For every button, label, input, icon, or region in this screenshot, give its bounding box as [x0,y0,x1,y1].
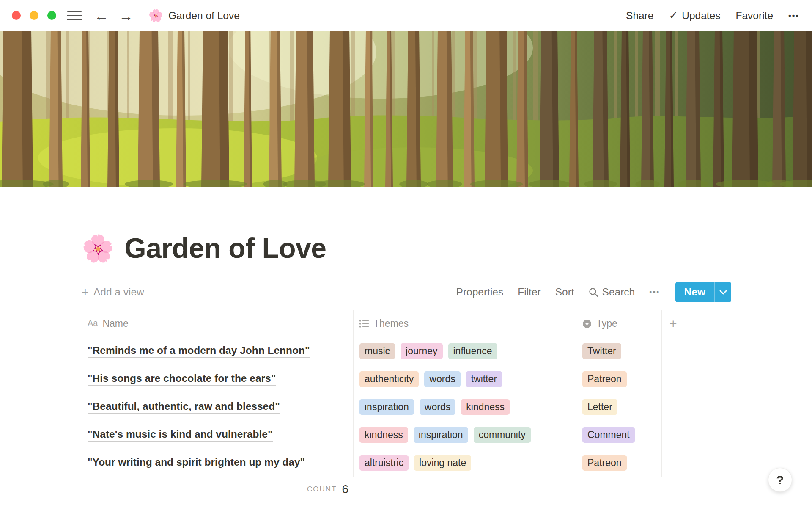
table-row[interactable]: "Reminds me of a modern day John Lennon"… [82,337,731,365]
row-type-cell[interactable]: Comment [576,421,662,449]
row-type-cell[interactable]: Twitter [576,337,662,365]
title-property-icon: Aa [88,318,98,329]
type-tag[interactable]: Twitter [582,343,621,359]
view-toolbar: + Add a view Properties Filter Sort Sear… [82,282,731,302]
count-label: COUNT [307,485,337,494]
theme-tag[interactable]: influence [448,343,497,359]
row-empty-cell [662,421,731,449]
plus-icon: + [668,317,677,331]
row-empty-cell [662,337,731,365]
theme-tag[interactable]: community [474,427,531,443]
titlebar-page-title: Garden of Love [168,10,240,22]
search-button[interactable]: Search [589,286,635,298]
app-window: ← → 🌸 Garden of Love Share ✓ Updates Fav… [0,0,812,508]
share-button[interactable]: Share [626,10,653,22]
sort-button[interactable]: Sort [555,286,574,298]
count-value: 6 [342,483,348,496]
row-themes-cell[interactable]: kindnessinspirationcommunity [354,421,576,449]
row-name-cell[interactable]: "Your writing and spirit brighten up my … [82,449,354,477]
add-view-label: Add a view [93,286,144,298]
properties-button[interactable]: Properties [456,286,504,298]
type-tag[interactable]: Patreon [582,455,627,471]
sidebar-menu-icon[interactable] [67,11,82,20]
forest-cover-illustration [0,31,812,187]
type-tag[interactable]: Patreon [582,371,627,387]
table-row[interactable]: "Beautiful, authentic, raw and blessed"i… [82,393,731,421]
theme-tag[interactable]: twitter [466,371,502,387]
plus-icon: + [82,286,89,298]
select-property-icon [582,319,592,329]
row-type-cell[interactable]: Patreon [576,365,662,393]
new-button-label[interactable]: New [675,282,714,302]
page-title-text[interactable]: Garden of Love [124,232,326,264]
table-body: "Reminds me of a modern day John Lennon"… [82,337,731,477]
theme-tag[interactable]: inspiration [414,427,468,443]
check-icon: ✓ [669,9,678,22]
bulleted-list-icon [359,320,369,328]
theme-tag[interactable]: altruistric [359,455,409,471]
more-options-icon[interactable]: ••• [788,11,799,20]
updates-label: Updates [682,10,720,22]
type-tag[interactable]: Letter [582,399,617,415]
add-column-button[interactable]: + [662,310,731,337]
forward-arrow-icon[interactable]: → [119,8,133,23]
search-label: Search [602,286,635,298]
database-table: Aa Name Themes Type [82,310,731,502]
page-emoji-icon: 🌸 [148,8,163,22]
row-type-cell[interactable]: Letter [576,393,662,421]
count-row[interactable]: COUNT 6 [82,477,354,502]
column-label: Themes [373,318,409,329]
filter-button[interactable]: Filter [518,286,540,298]
view-more-options-icon[interactable]: ••• [649,288,660,296]
table-row[interactable]: "Nate's music is kind and vulnerable"kin… [82,421,731,449]
theme-tag[interactable]: authenticity [359,371,419,387]
column-label: Type [596,318,617,329]
row-empty-cell [662,365,731,393]
theme-tag[interactable]: kindness [461,399,510,415]
table-header-row: Aa Name Themes Type [82,310,731,337]
titlebar: ← → 🌸 Garden of Love Share ✓ Updates Fav… [0,0,812,31]
add-view-button[interactable]: + Add a view [82,286,144,298]
new-button[interactable]: New [675,282,731,302]
cover-image[interactable] [0,31,812,187]
table-row[interactable]: "His songs are chocolate for the ears"au… [82,365,731,393]
theme-tag[interactable]: words [420,399,455,415]
favorite-button[interactable]: Favorite [736,10,774,22]
window-controls [12,11,56,20]
type-tag[interactable]: Comment [582,427,635,443]
row-name-cell[interactable]: "Beautiful, authentic, raw and blessed" [82,393,354,421]
chevron-down-icon[interactable] [714,282,731,302]
page-content: 🌸 Garden of Love + Add a view Properties… [0,232,812,502]
row-type-cell[interactable]: Patreon [576,449,662,477]
theme-tag[interactable]: loving nate [414,455,471,471]
column-header-name[interactable]: Aa Name [82,310,354,337]
close-window-button[interactable] [12,11,21,20]
back-arrow-icon[interactable]: ← [94,8,109,23]
theme-tag[interactable]: inspiration [359,399,414,415]
row-themes-cell[interactable]: altruistricloving nate [354,449,576,477]
row-name-cell[interactable]: "Reminds me of a modern day John Lennon" [82,337,354,365]
minimize-window-button[interactable] [30,11,38,20]
column-label: Name [102,318,128,329]
theme-tag[interactable]: words [424,371,460,387]
zoom-window-button[interactable] [47,11,56,20]
column-header-themes[interactable]: Themes [354,310,576,337]
row-themes-cell[interactable]: musicjourneyinfluence [354,337,576,365]
column-header-type[interactable]: Type [576,310,662,337]
theme-tag[interactable]: kindness [359,427,408,443]
row-themes-cell[interactable]: inspirationwordskindness [354,393,576,421]
row-name-cell[interactable]: "Nate's music is kind and vulnerable" [82,421,354,449]
row-themes-cell[interactable]: authenticitywordstwitter [354,365,576,393]
row-empty-cell [662,449,731,477]
table-row[interactable]: "Your writing and spirit brighten up my … [82,449,731,477]
help-button[interactable]: ? [768,468,792,492]
updates-button[interactable]: ✓ Updates [669,9,720,22]
page-title[interactable]: 🌸 Garden of Love [82,232,812,264]
search-icon [589,287,598,297]
row-empty-cell [662,393,731,421]
theme-tag[interactable]: journey [401,343,442,359]
page-emoji-icon[interactable]: 🌸 [82,233,114,264]
theme-tag[interactable]: music [359,343,395,359]
row-name-cell[interactable]: "His songs are chocolate for the ears" [82,365,354,393]
